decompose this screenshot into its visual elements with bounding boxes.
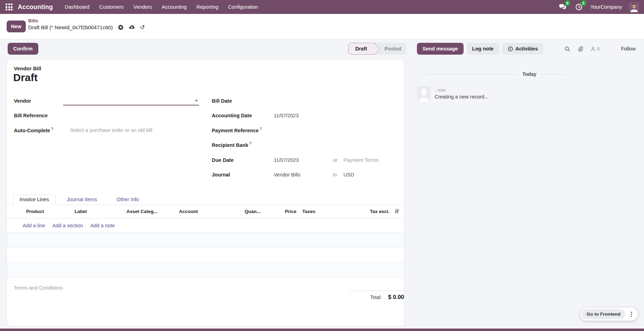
total-row: Total: $ 0.00 (307, 294, 404, 300)
send-message-button[interactable]: Send message (417, 43, 464, 55)
go-to-frontend-button[interactable]: Go to Frontend (582, 309, 625, 319)
messages-badge: 6 (565, 0, 571, 6)
messages-icon[interactable]: 6 (558, 3, 567, 11)
attachment-paperclip-icon[interactable] (577, 46, 583, 52)
breadcrumb-parent-bills[interactable]: Bills (28, 18, 145, 23)
log-note-button[interactable]: Log note (467, 43, 499, 55)
odoo-accounting-page: Accounting Dashboard Customers Vendors A… (0, 0, 644, 331)
main-menu: Dashboard Customers Vendors Accounting R… (65, 4, 258, 10)
bill-date-input[interactable] (274, 96, 398, 105)
recipient-bank-input[interactable] (274, 140, 398, 149)
menu-vendors[interactable]: Vendors (133, 4, 152, 10)
column-tax-excl: Tax excl. (352, 209, 389, 214)
help-icon[interactable]: ? (51, 127, 53, 131)
navbar-right: 6 5 YourCompany (558, 2, 644, 12)
empty-table-row (7, 248, 404, 263)
new-button[interactable]: New (7, 21, 26, 32)
help-icon[interactable]: ? (249, 142, 251, 145)
form-sheet: Vendor Bill Draft Vendor Bill Reference … (7, 59, 404, 326)
journal-currency[interactable]: USD (343, 172, 354, 178)
message-timestamp: - now (435, 87, 489, 93)
kebab-menu-icon[interactable] (626, 309, 636, 319)
column-account: Account (179, 209, 198, 214)
status-posted[interactable]: Posted (375, 43, 406, 55)
vendor-input[interactable] (63, 96, 199, 105)
menu-reporting[interactable]: Reporting (196, 4, 218, 10)
chatter-toolbar-icons: 0 (564, 43, 600, 55)
date-divider: Today (426, 71, 566, 77)
search-messages-icon[interactable] (564, 46, 570, 52)
followers-button[interactable]: 0 (590, 46, 600, 52)
payment-terms-placeholder[interactable]: Payment Terms (343, 157, 378, 163)
field-row-journal: Journal Vendor Bills in USD (212, 170, 398, 179)
breadcrumb: Bills Draft Bill (* NewId_0x7f2b00471c60… (28, 18, 145, 30)
due-date-value[interactable]: 11/07/2023 (274, 157, 333, 163)
bill-date-label: Bill Date (212, 98, 274, 104)
followers-person-icon (590, 46, 596, 52)
column-label: Label (75, 209, 87, 214)
followers-count: 0 (597, 46, 600, 52)
menu-dashboard[interactable]: Dashboard (65, 4, 90, 10)
auto-complete-placeholder[interactable]: Select a purchase order or an old bill (70, 127, 152, 133)
accounting-date-label: Accounting Date (212, 113, 274, 118)
status-draft[interactable]: Draft (348, 43, 375, 55)
chevron-down-icon[interactable] (195, 100, 198, 102)
add-a-line-link[interactable]: Add a line (23, 223, 45, 228)
payment-reference-input[interactable] (274, 126, 398, 135)
empty-table-row (7, 233, 404, 248)
column-product: Product (26, 209, 44, 214)
frontend-pill: Go to Frontend (580, 308, 638, 321)
save-cloud-icon[interactable] (129, 25, 135, 30)
bill-reference-input[interactable] (63, 111, 199, 120)
journal-conjunction: in (333, 172, 343, 178)
apps-menu-icon[interactable] (6, 3, 13, 10)
menu-customers[interactable]: Customers (99, 4, 124, 10)
add-a-section-link[interactable]: Add a section (53, 223, 83, 228)
bottom-accent-bar (0, 329, 644, 331)
app-title[interactable]: Accounting (18, 3, 53, 11)
field-row-payment-reference: Payment Reference? (212, 126, 398, 135)
field-row-due-date: Due Date 11/07/2023 or Payment Terms (212, 156, 398, 165)
top-navbar: Accounting Dashboard Customers Vendors A… (0, 0, 644, 14)
column-price: Price (266, 209, 296, 214)
clock-icon (508, 46, 513, 52)
journal-value[interactable]: Vendor Bills (274, 172, 333, 178)
help-icon[interactable]: ? (260, 127, 262, 131)
activities-button[interactable]: Activities (502, 43, 543, 55)
document-type-label: Vendor Bill (14, 65, 41, 71)
follow-button[interactable]: Follow (621, 43, 636, 55)
journal-label: Journal (212, 172, 274, 178)
tab-journal-items[interactable]: Journal Items (61, 195, 103, 205)
accounting-date-value[interactable]: 11/07/2023 (274, 113, 299, 118)
recipient-bank-label: Recipient Bank? (212, 142, 274, 148)
date-divider-label: Today (522, 71, 536, 77)
gear-icon[interactable] (118, 24, 124, 30)
activities-clock-icon[interactable]: 5 (574, 3, 583, 11)
field-row-recipient-bank: Recipient Bank? (212, 140, 398, 149)
bill-reference-label: Bill Reference (14, 113, 63, 118)
optional-columns-icon[interactable] (394, 208, 399, 214)
due-date-label: Due Date (212, 157, 274, 163)
statusbar: Draft Posted (348, 43, 406, 55)
column-taxes: Taxes (302, 209, 315, 214)
company-switcher[interactable]: YourCompany (590, 4, 622, 10)
confirm-button[interactable]: Confirm (8, 43, 38, 55)
invoice-lines-header: Product Label Asset Categ... Account Qua… (7, 205, 404, 219)
auto-complete-label: Auto-Complete? (14, 127, 63, 133)
payment-reference-label: Payment Reference? (212, 127, 274, 133)
user-avatar[interactable] (629, 2, 639, 12)
chatter-actions: Send message Log note Activities (417, 43, 543, 55)
terms-and-conditions-input[interactable]: Terms and Conditions (14, 285, 63, 291)
empty-table-row (7, 263, 404, 278)
field-row-auto-complete: Auto-Complete? Select a purchase order o… (14, 126, 199, 135)
menu-configuration[interactable]: Configuration (228, 4, 258, 10)
breadcrumb-current: Draft Bill (* NewId_0x7f2b00471c60) (28, 24, 113, 30)
tab-other-info[interactable]: Other Info (111, 195, 145, 205)
add-a-note-link[interactable]: Add a note (90, 223, 115, 228)
menu-accounting[interactable]: Accounting (162, 4, 187, 10)
column-asset-category: Asset Categ... (126, 209, 157, 214)
content-area: Confirm Draft Posted Send message Log no… (0, 39, 644, 331)
tab-invoice-lines[interactable]: Invoice Lines (13, 195, 55, 205)
list-add-row: Add a line Add a section Add a note (7, 219, 404, 233)
discard-undo-icon[interactable]: ↺ (140, 24, 145, 30)
